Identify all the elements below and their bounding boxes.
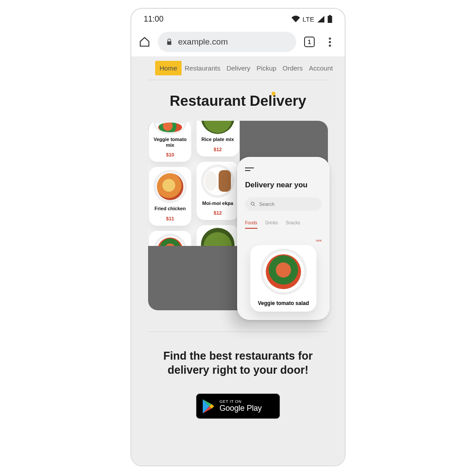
mock-phone-detail: Delivery near you Search Foods Drinks Sn… [237, 157, 330, 320]
food-card [197, 225, 239, 246]
browser-bar: example.com 1 [131, 27, 345, 56]
food-name: Veggie tomato mix [151, 137, 190, 148]
food-image [153, 121, 187, 134]
subheading: Find the best restaurants for delivery r… [150, 349, 326, 377]
tabs-count: 1 [308, 38, 311, 45]
hero-graphic: Veggie tomato mix $10 Fried chicken $11 [148, 121, 328, 310]
url-bar[interactable]: example.com [158, 32, 296, 52]
signal-icon [317, 15, 325, 22]
mock-title: Delivery near you [245, 181, 322, 190]
food-name: Fried chicken [155, 206, 186, 212]
hamburger-icon [245, 167, 254, 171]
network-label: LTE [303, 15, 314, 23]
status-bar: 11:00 LTE [131, 9, 345, 27]
nav-home[interactable]: Home [155, 61, 182, 75]
google-play-bottom: Google Play [219, 404, 262, 413]
mock-tab-foods: Foods [245, 220, 257, 229]
wifi-icon [291, 15, 300, 22]
mock-tabs: Foods Drinks Snacks [245, 220, 322, 229]
food-name: Rice plate mix [201, 137, 234, 142]
food-price: $12 [214, 147, 222, 152]
nav-delivery[interactable]: Delivery [223, 61, 253, 75]
food-name: Veggie tomato salad [253, 300, 314, 306]
food-card [149, 231, 191, 246]
food-price: $10 [166, 152, 174, 157]
mock-see-more: see [245, 238, 322, 242]
tabs-button[interactable]: 1 [302, 35, 316, 49]
food-price: $11 [166, 216, 174, 221]
mock-search-input: Search [245, 197, 322, 211]
section-separator [148, 331, 328, 332]
google-play-text: GET IT ON Google Play [219, 399, 262, 413]
overflow-menu-icon[interactable] [323, 35, 337, 49]
nav-orders[interactable]: Orders [279, 61, 306, 75]
svg-point-0 [251, 202, 254, 205]
lock-icon [166, 38, 173, 45]
page-content: Home Restaurants Delivery Pickup Orders … [131, 56, 345, 465]
food-image [153, 170, 187, 203]
food-image [260, 249, 307, 295]
status-right: LTE [291, 15, 332, 23]
food-card: Veggie tomato mix $10 [149, 121, 191, 162]
mock-phone-grid: Veggie tomato mix $10 Fried chicken $11 [148, 121, 240, 246]
food-card: Moi-moi ekpa $12 [197, 162, 239, 220]
mock-tab-drinks: Drinks [265, 220, 278, 229]
food-image [153, 234, 187, 246]
food-image [201, 121, 234, 134]
food-name: Moi-moi ekpa [202, 201, 233, 206]
food-price: $12 [214, 210, 222, 216]
nav-bar: Home Restaurants Delivery Pickup Orders … [131, 56, 345, 75]
status-time: 11:00 [144, 15, 164, 24]
nav-restaurants[interactable]: Restaurants [182, 61, 223, 75]
battery-icon [327, 15, 332, 23]
food-card: Rice plate mix $12 [197, 121, 239, 156]
mock-tab-snacks: Snacks [286, 220, 300, 229]
mock-search-placeholder: Search [259, 201, 275, 207]
nav-separator [148, 80, 328, 80]
url-text: example.com [178, 37, 228, 47]
page-title: Restaurant Delivery [131, 93, 345, 109]
google-play-badge[interactable]: GET IT ON Google Play [196, 394, 280, 419]
food-image [201, 164, 234, 198]
nav-pickup[interactable]: Pickup [253, 61, 279, 75]
google-play-icon [202, 399, 215, 414]
food-card: Fried chicken $11 [149, 167, 191, 226]
nav-account[interactable]: Account [306, 61, 336, 75]
search-icon [250, 201, 256, 207]
google-play-top: GET IT ON [219, 399, 262, 404]
device-frame: 11:00 LTE example.com 1 Home Restaurants… [130, 8, 346, 466]
mock-feature-card: Veggie tomato salad [250, 245, 316, 312]
home-icon[interactable] [138, 35, 152, 49]
svg-line-1 [254, 205, 255, 206]
food-image [201, 228, 234, 246]
